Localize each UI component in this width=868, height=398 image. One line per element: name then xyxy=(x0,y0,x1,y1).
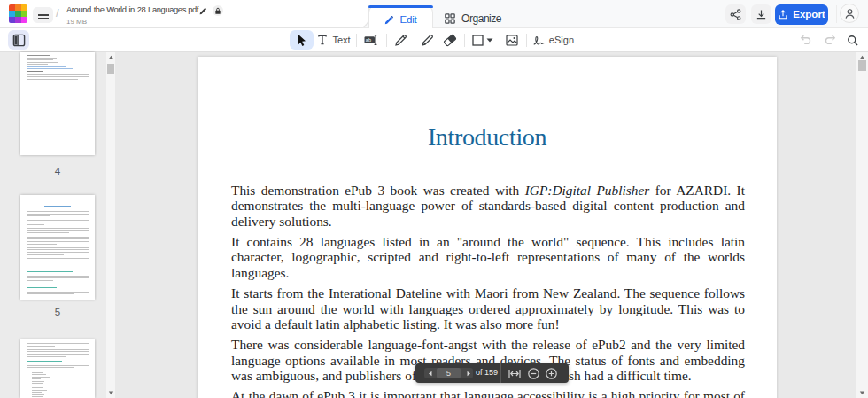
svg-text:ab: ab xyxy=(366,37,371,43)
